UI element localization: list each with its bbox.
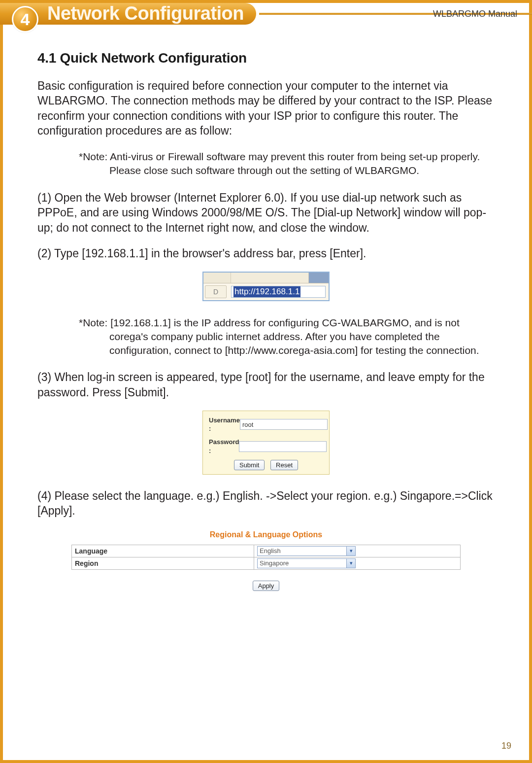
chapter-number-badge: 4: [12, 6, 38, 33]
login-buttons: Submit Reset: [209, 460, 323, 470]
reset-button[interactable]: Reset: [270, 460, 298, 470]
page: 4 Network Configuration WLBARGMO Manual …: [0, 0, 532, 763]
step-2: (2) Type [192.168.1.1] in the browser's …: [37, 246, 495, 261]
page-number: 19: [501, 741, 511, 751]
toolbar-cell: [203, 273, 231, 283]
address-bar-figure: D http://192.168.1.1: [37, 272, 495, 301]
username-input[interactable]: [240, 419, 328, 430]
address-input[interactable]: http://192.168.1.1: [231, 286, 326, 298]
regional-figure: Regional & Language Options Language Eng…: [37, 529, 495, 591]
note-2-body: [192.168.1.1] is the IP address for conf…: [109, 317, 479, 355]
intro-paragraph: Basic configuration is required before c…: [37, 78, 495, 138]
note-1: *Note: Anti-virus or Firewall software m…: [58, 150, 495, 177]
chevron-down-icon: ▾: [346, 547, 355, 555]
step-1: (1) Open the Web browser (Internet Explo…: [37, 190, 495, 235]
address-bar-toolbar: [203, 273, 329, 283]
chapter-title: Network Configuration: [47, 3, 244, 24]
step-3: (3) When log-in screen is appeared, type…: [37, 370, 495, 400]
note-1-body: Anti-virus or Firewall software may prev…: [109, 151, 480, 176]
note-2: *Note: [192.168.1.1] is the IP address f…: [58, 316, 495, 357]
regional-title: Regional & Language Options: [37, 529, 495, 540]
region-label-cell: Region: [72, 557, 254, 569]
username-label: Username :: [209, 416, 240, 433]
table-row: Region Singapore ▾: [72, 557, 461, 569]
note-1-label: *Note:: [79, 151, 107, 162]
regional-table: Language English ▾ Region Singapore ▾: [71, 545, 461, 570]
note-2-label: *Note:: [79, 317, 107, 328]
toolbar-cell: [231, 273, 309, 283]
login-username-row: Username :: [209, 416, 323, 433]
apply-row: Apply: [37, 577, 495, 591]
language-label-cell: Language: [72, 545, 254, 557]
language-select[interactable]: English ▾: [257, 546, 356, 556]
password-input[interactable]: [239, 441, 327, 452]
login-box: Username : Password : Submit Reset: [202, 411, 330, 475]
password-label: Password :: [209, 438, 239, 454]
region-select-value: Singapore: [258, 559, 346, 567]
address-icon: D: [205, 285, 227, 298]
chevron-down-icon: ▾: [346, 559, 355, 568]
page-content: 4.1 Quick Network Configuration Basic co…: [3, 35, 529, 591]
section-heading: 4.1 Quick Network Configuration: [37, 49, 495, 68]
address-bar-window: D http://192.168.1.1: [202, 272, 330, 301]
table-row: Language English ▾: [72, 545, 461, 557]
chapter-header: 4 Network Configuration WLBARGMO Manual: [3, 0, 529, 35]
language-select-value: English: [258, 547, 346, 555]
submit-button[interactable]: Submit: [234, 460, 265, 470]
address-url: http://192.168.1.1: [233, 286, 300, 297]
toolbar-cell: [309, 273, 329, 283]
login-figure: Username : Password : Submit Reset: [37, 411, 495, 475]
address-row: D http://192.168.1.1: [203, 283, 329, 300]
step-4: (4) Please select the language. e.g.) En…: [37, 488, 495, 519]
apply-button[interactable]: Apply: [253, 581, 280, 591]
region-value-cell: Singapore ▾: [254, 557, 461, 569]
manual-name: WLBARGMO Manual: [433, 9, 517, 19]
language-value-cell: English ▾: [254, 545, 461, 557]
region-select[interactable]: Singapore ▾: [257, 558, 356, 568]
login-password-row: Password :: [209, 438, 323, 454]
